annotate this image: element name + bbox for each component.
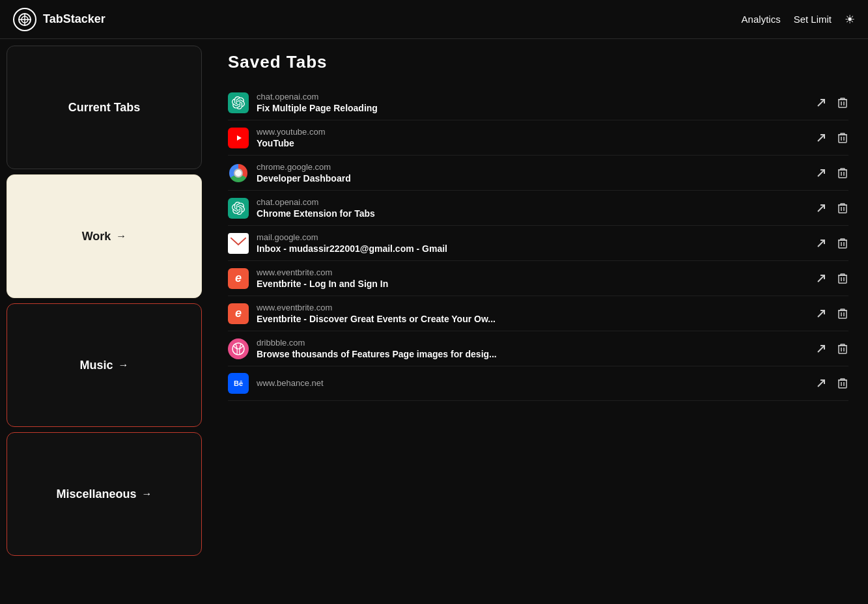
tab-actions-7 xyxy=(815,307,848,320)
open-tab-button-8[interactable] xyxy=(815,342,828,355)
table-row: chrome.google.com Developer Dashboard xyxy=(228,156,848,191)
tab-domain-8: dribbble.com xyxy=(257,338,807,348)
svg-line-27 xyxy=(818,240,824,247)
sidebar-label-work: Work → xyxy=(82,230,127,243)
svg-line-48 xyxy=(818,380,824,387)
tab-actions-6 xyxy=(815,272,848,285)
sidebar-label-miscellaneous: Miscellaneous → xyxy=(56,487,152,501)
table-row: Bē www.behance.net xyxy=(228,366,848,401)
favicon-gmail xyxy=(228,233,249,254)
svg-line-21 xyxy=(818,205,824,212)
sidebar-item-work[interactable]: Work → xyxy=(7,174,202,298)
open-tab-button-6[interactable] xyxy=(815,272,828,285)
tab-title-5: Inbox - mudassir222001@gmail.com - Gmail xyxy=(257,243,807,254)
tabs-list: chat.openai.com Fix Multiple Page Reload… xyxy=(228,85,848,401)
tab-title-6: Eventbrite - Log In and Sign In xyxy=(257,279,807,289)
sidebar-item-miscellaneous[interactable]: Miscellaneous → xyxy=(7,432,202,556)
tab-domain-1: chat.openai.com xyxy=(257,92,807,102)
svg-line-16 xyxy=(818,170,824,176)
app-title: TabStacker xyxy=(43,12,105,26)
analytics-nav[interactable]: Analytics xyxy=(742,14,781,25)
content-area: Saved Tabs chat.openai.com Fix Multiple … xyxy=(208,39,868,604)
sidebar-label-music: Music → xyxy=(79,359,128,372)
delete-tab-button-8[interactable] xyxy=(837,342,848,355)
tab-actions-1 xyxy=(815,96,848,109)
tab-domain-7: www.eventbrite.com xyxy=(257,303,807,312)
tab-title-1: Fix Multiple Page Reloading xyxy=(257,103,807,113)
set-limit-nav[interactable]: Set Limit xyxy=(794,14,832,25)
table-row: e www.eventbrite.com Eventbrite - Log In… xyxy=(228,261,848,296)
tab-info-6: www.eventbrite.com Eventbrite - Log In a… xyxy=(257,268,807,289)
open-tab-button-3[interactable] xyxy=(815,167,828,180)
svg-line-4 xyxy=(818,100,824,106)
svg-rect-22 xyxy=(839,205,847,213)
tab-info-5: mail.google.com Inbox - mudassir222001@g… xyxy=(257,232,807,254)
header: TabStacker Analytics Set Limit ☀ xyxy=(0,0,868,39)
tab-title-8: Browse thousands of Features Page images… xyxy=(257,349,807,359)
delete-tab-button-4[interactable] xyxy=(837,202,848,215)
open-tab-button-2[interactable] xyxy=(815,131,828,144)
tab-domain-3: chrome.google.com xyxy=(257,162,807,172)
miscellaneous-arrow-icon: → xyxy=(142,488,152,500)
tab-actions-2 xyxy=(815,131,848,144)
tab-domain-5: mail.google.com xyxy=(257,232,807,242)
favicon-dribbble xyxy=(228,338,249,359)
open-tab-button-5[interactable] xyxy=(815,237,828,250)
tab-info-1: chat.openai.com Fix Multiple Page Reload… xyxy=(257,92,807,113)
open-tab-button-4[interactable] xyxy=(815,202,828,215)
header-right: Analytics Set Limit ☀ xyxy=(742,12,855,27)
tab-title-4: Chrome Extension for Tabs xyxy=(257,208,807,219)
tab-domain-2: www.youtube.com xyxy=(257,127,807,137)
tab-domain-6: www.eventbrite.com xyxy=(257,268,807,277)
tab-title-2: YouTube xyxy=(257,138,807,148)
tab-info-3: chrome.google.com Developer Dashboard xyxy=(257,162,807,184)
open-tab-button-9[interactable] xyxy=(815,377,828,390)
table-row: e www.eventbrite.com Eventbrite - Discov… xyxy=(228,296,848,331)
favicon-openai xyxy=(228,198,249,219)
favicon-chrome xyxy=(228,163,249,184)
work-arrow-icon: → xyxy=(116,230,126,242)
svg-rect-12 xyxy=(839,135,847,143)
table-row: mail.google.com Inbox - mudassir222001@g… xyxy=(228,226,848,261)
svg-line-37 xyxy=(818,310,824,317)
header-left: TabStacker xyxy=(13,8,105,31)
tab-title-3: Developer Dashboard xyxy=(257,173,807,184)
table-row: chat.openai.com Fix Multiple Page Reload… xyxy=(228,85,848,120)
delete-tab-button-3[interactable] xyxy=(837,167,848,180)
delete-tab-button-7[interactable] xyxy=(837,307,848,320)
tab-actions-8 xyxy=(815,342,848,355)
favicon-youtube xyxy=(228,128,249,148)
favicon-eventbrite: e xyxy=(228,303,249,324)
table-row: dribbble.com Browse thousands of Feature… xyxy=(228,331,848,366)
tab-domain-9: www.behance.net xyxy=(257,378,807,388)
delete-tab-button-2[interactable] xyxy=(837,131,848,144)
delete-tab-button-1[interactable] xyxy=(837,96,848,109)
sidebar-item-current-tabs[interactable]: Current Tabs xyxy=(7,46,202,169)
main-layout: Current Tabs Work → Music → Miscellaneou… xyxy=(0,39,868,604)
svg-line-32 xyxy=(818,275,824,282)
open-tab-button-1[interactable] xyxy=(815,96,828,109)
tab-title-7: Eventbrite - Discover Great Events or Cr… xyxy=(257,314,807,324)
svg-rect-44 xyxy=(839,346,847,353)
sidebar-item-music[interactable]: Music → xyxy=(7,303,202,427)
tab-actions-9 xyxy=(815,377,848,390)
favicon-behance: Bē xyxy=(228,373,249,394)
delete-tab-button-5[interactable] xyxy=(837,237,848,250)
tab-actions-3 xyxy=(815,167,848,180)
tab-info-4: chat.openai.com Chrome Extension for Tab… xyxy=(257,197,807,219)
theme-toggle-icon[interactable]: ☀ xyxy=(845,12,855,27)
svg-line-43 xyxy=(818,346,824,352)
delete-tab-button-9[interactable] xyxy=(837,377,848,390)
svg-rect-33 xyxy=(839,275,847,283)
open-tab-button-7[interactable] xyxy=(815,307,828,320)
tab-info-2: www.youtube.com YouTube xyxy=(257,127,807,148)
logo-icon xyxy=(13,8,36,31)
tab-actions-5 xyxy=(815,237,848,250)
sidebar: Current Tabs Work → Music → Miscellaneou… xyxy=(0,39,208,604)
svg-rect-28 xyxy=(839,240,847,248)
delete-tab-button-6[interactable] xyxy=(837,272,848,285)
music-arrow-icon: → xyxy=(119,359,129,371)
svg-rect-38 xyxy=(839,310,847,318)
table-row: chat.openai.com Chrome Extension for Tab… xyxy=(228,191,848,226)
svg-rect-5 xyxy=(839,100,847,107)
